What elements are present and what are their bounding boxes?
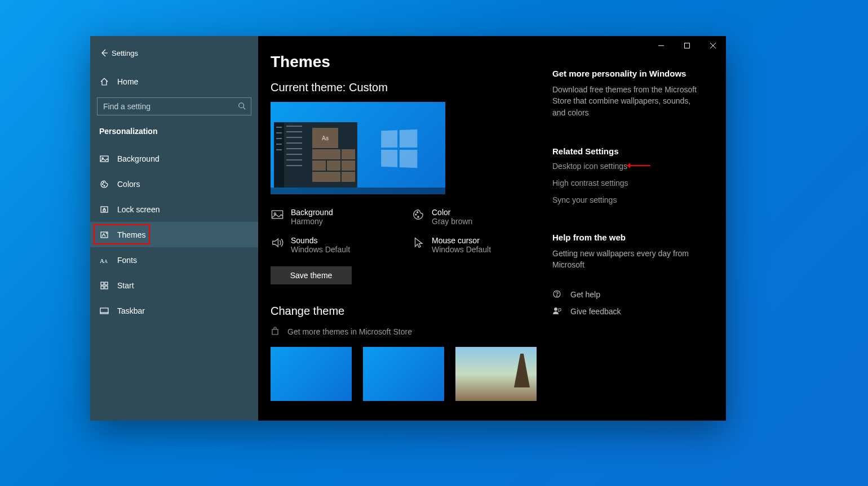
back-button[interactable] — [99, 48, 109, 58]
svg-text:A: A — [100, 257, 104, 264]
link-high-contrast[interactable]: High contrast settings — [552, 179, 703, 188]
svg-point-4 — [103, 182, 104, 183]
windows-logo-icon — [381, 130, 417, 168]
search-icon — [238, 102, 246, 110]
change-theme-heading: Change theme — [271, 305, 552, 318]
theme-thumbnails — [271, 347, 552, 401]
fonts-icon: AA — [99, 255, 109, 265]
prop-label: Background — [291, 208, 333, 217]
related-heading: Related Settings — [552, 146, 703, 156]
sidebar-item-fonts[interactable]: AA Fonts — [90, 247, 258, 273]
window-title: Settings — [112, 49, 138, 57]
palette-icon — [411, 208, 425, 221]
content: Themes Current theme: Custom Aa — [258, 36, 726, 421]
prop-background[interactable]: BackgroundHarmony — [271, 208, 411, 226]
svg-rect-12 — [105, 282, 108, 285]
theme-thumb[interactable] — [363, 347, 444, 401]
page-title: Themes — [271, 53, 552, 71]
svg-point-25 — [418, 216, 419, 217]
personality-heading: Get more personality in Windows — [552, 69, 703, 78]
help-icon — [552, 289, 563, 300]
svg-rect-14 — [105, 286, 108, 289]
prop-value: Gray brown — [432, 217, 472, 226]
sidebar-item-label: Fonts — [117, 256, 137, 265]
link-desktop-icon-settings[interactable]: Desktop icon settings — [552, 162, 703, 171]
back-row: Settings — [90, 42, 258, 64]
home-label: Home — [117, 77, 138, 86]
prop-label: Mouse cursor — [432, 236, 491, 245]
home-button[interactable]: Home — [90, 69, 258, 94]
prop-sounds[interactable]: SoundsWindows Default — [271, 236, 411, 254]
search-input[interactable] — [97, 97, 251, 115]
prop-color[interactable]: ColorGray brown — [411, 208, 552, 226]
home-icon — [99, 77, 109, 87]
prop-label: Sounds — [291, 236, 350, 245]
taskbar-icon — [99, 306, 109, 316]
link-label: Sync your settings — [552, 195, 617, 204]
close-button[interactable] — [700, 36, 726, 55]
link-label: Desktop icon settings — [552, 162, 627, 171]
save-theme-button[interactable]: Save theme — [271, 266, 352, 284]
sidebar-item-lockscreen[interactable]: Lock screen — [90, 197, 258, 222]
prop-value: Windows Default — [432, 245, 491, 254]
sidebar-item-label: Colors — [117, 180, 140, 189]
link-label: Get help — [570, 290, 600, 299]
get-help-link[interactable]: Get help — [552, 289, 703, 300]
minimize-button[interactable] — [648, 36, 674, 55]
store-link-label: Get more themes in Microsoft Store — [287, 327, 412, 336]
link-label: Give feedback — [570, 307, 621, 316]
personality-desc: Download free themes from the Microsoft … — [552, 84, 703, 118]
lockscreen-icon — [99, 204, 109, 215]
sound-icon — [271, 236, 284, 249]
palette-icon — [99, 179, 109, 189]
svg-point-3 — [102, 184, 103, 185]
help-heading: Help from the web — [552, 233, 703, 242]
current-theme-heading: Current theme: Custom — [271, 81, 552, 94]
svg-point-24 — [417, 212, 418, 213]
feedback-icon — [552, 306, 563, 316]
svg-point-0 — [239, 103, 244, 108]
prop-cursor[interactable]: Mouse cursorWindows Default — [411, 236, 552, 254]
cursor-icon — [411, 236, 425, 249]
sidebar-item-background[interactable]: Background — [90, 146, 258, 171]
help-desc: Getting new wallpapers every day from Mi… — [552, 248, 703, 271]
start-icon — [99, 280, 109, 291]
annotation-highlight — [94, 224, 150, 244]
store-link[interactable]: Get more themes in Microsoft Store — [271, 327, 552, 337]
prop-value: Harmony — [291, 217, 333, 226]
aside-column: Get more personality in Windows Download… — [552, 53, 703, 421]
settings-window: Settings Home Personalization Background… — [90, 36, 726, 421]
sidebar-item-label: Start — [117, 281, 134, 290]
picture-icon — [271, 208, 284, 221]
search-wrap — [90, 97, 258, 115]
svg-rect-13 — [101, 286, 104, 289]
link-label: High contrast settings — [552, 179, 628, 188]
svg-point-28 — [554, 307, 557, 311]
sidebar-item-start[interactable]: Start — [90, 273, 258, 298]
annotation-arrow — [627, 165, 650, 166]
svg-point-23 — [415, 214, 417, 215]
titlebar — [648, 36, 726, 55]
sidebar-item-label: Background — [117, 154, 160, 163]
maximize-button[interactable] — [674, 36, 700, 55]
theme-preview[interactable]: Aa — [271, 102, 445, 194]
sidebar-item-label: Taskbar — [117, 306, 145, 315]
sidebar-item-colors[interactable]: Colors — [90, 171, 258, 197]
svg-rect-7 — [103, 209, 105, 211]
prop-value: Windows Default — [291, 245, 350, 254]
sidebar-item-taskbar[interactable]: Taskbar — [90, 298, 258, 323]
give-feedback-link[interactable]: Give feedback — [552, 306, 703, 316]
main-column: Themes Current theme: Custom Aa — [271, 53, 552, 421]
svg-text:A: A — [104, 259, 108, 264]
prop-label: Color — [432, 208, 472, 217]
picture-icon — [99, 154, 109, 164]
svg-rect-11 — [101, 282, 104, 285]
svg-rect-18 — [685, 43, 690, 48]
sidebar-item-label: Lock screen — [117, 205, 160, 214]
theme-thumb[interactable] — [455, 347, 537, 401]
svg-point-5 — [104, 185, 105, 186]
section-label: Personalization — [90, 121, 258, 146]
theme-thumb[interactable] — [271, 347, 352, 401]
store-icon — [271, 327, 281, 337]
link-sync-settings[interactable]: Sync your settings — [552, 195, 703, 204]
